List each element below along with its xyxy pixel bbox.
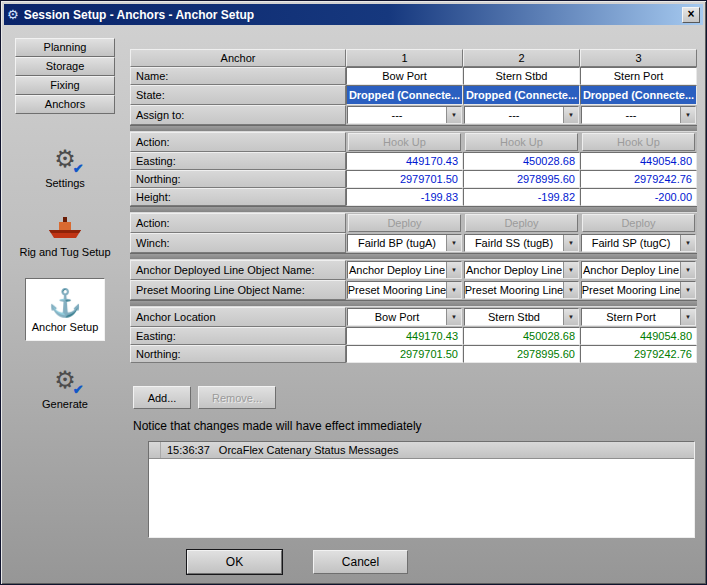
table-header-row: Anchor 1 2 3: [130, 49, 697, 67]
sidebar-item-rig-and-tug-setup[interactable]: Rig and Tug Setup: [13, 213, 117, 258]
location-easting-cell-2[interactable]: 450028.68: [463, 327, 580, 345]
combo-value: ---: [465, 107, 563, 123]
chevron-down-icon[interactable]: ▼: [680, 235, 695, 251]
deployed-line-select-1[interactable]: Anchor Deploy Line▼: [347, 261, 462, 279]
column-header-1[interactable]: 1: [346, 49, 463, 67]
assign-to-select-3[interactable]: ---▼: [581, 106, 696, 124]
sidebar-item-settings[interactable]: ⚙✔ Settings: [13, 144, 117, 189]
northing-cell-3[interactable]: 2979242.76: [580, 170, 697, 188]
check-icon: ✔: [73, 162, 84, 175]
easting-cell-3[interactable]: 449054.80: [580, 152, 697, 170]
sidebar-item-storage[interactable]: Storage: [15, 57, 115, 76]
height-cell-3[interactable]: -200.00: [580, 188, 697, 206]
table-row: Name: Bow Port Stern Stbd Stern Port: [130, 67, 697, 85]
chevron-down-icon[interactable]: ▼: [446, 235, 461, 251]
combo-value: Preset Mooring Line: [348, 282, 446, 298]
row-label-anchor-location: Anchor Location: [130, 307, 346, 327]
northing-cell-2[interactable]: 2978995.60: [463, 170, 580, 188]
chevron-down-icon[interactable]: ▼: [563, 309, 578, 325]
message-log-title: OrcaFlex Catenary Status Messages: [219, 444, 399, 456]
deploy-button-3[interactable]: Deploy: [582, 214, 695, 232]
hook-up-button-1[interactable]: Hook Up: [348, 133, 461, 151]
name-cell-3[interactable]: Stern Port: [580, 67, 697, 85]
hook-up-button-3[interactable]: Hook Up: [582, 133, 695, 151]
chevron-down-icon[interactable]: ▼: [680, 309, 695, 325]
preset-line-select-3[interactable]: Preset Mooring Line▼: [581, 281, 696, 299]
add-button[interactable]: Add...: [133, 386, 191, 409]
chevron-down-icon[interactable]: ▼: [563, 282, 578, 298]
check-icon: ✔: [73, 383, 84, 396]
titlebar[interactable]: ⚙ Session Setup - Anchors - Anchor Setup…: [4, 4, 703, 25]
sidebar-item-label: Anchor Setup: [28, 321, 102, 333]
combo-value: Fairld BP (tugA): [348, 235, 446, 251]
winch-select-2[interactable]: Fairld SS (tugB)▼: [464, 234, 579, 252]
anchor-location-select-3[interactable]: Stern Port▼: [581, 308, 696, 326]
message-timestamp: 15:36:37: [167, 444, 210, 456]
assign-to-select-1[interactable]: ---▼: [347, 106, 462, 124]
hook-up-button-2[interactable]: Hook Up: [465, 133, 578, 151]
chevron-down-icon[interactable]: ▼: [680, 282, 695, 298]
row-label-northing: Northing:: [130, 170, 346, 188]
name-cell-1[interactable]: Bow Port: [346, 67, 463, 85]
table-row: Anchor Deployed Line Object Name: Anchor…: [130, 260, 697, 280]
chevron-down-icon[interactable]: ▼: [680, 262, 695, 278]
preset-line-select-1[interactable]: Preset Mooring Line▼: [347, 281, 462, 299]
sidebar-item-fixing[interactable]: Fixing: [15, 76, 115, 95]
preset-line-select-2[interactable]: Preset Mooring Line▼: [464, 281, 579, 299]
combo-value: ---: [348, 107, 446, 123]
northing-cell-1[interactable]: 2979701.50: [346, 170, 463, 188]
chevron-down-icon[interactable]: ▼: [563, 107, 578, 123]
deployed-line-select-3[interactable]: Anchor Deploy Line▼: [581, 261, 696, 279]
location-easting-cell-3[interactable]: 449054.80: [580, 327, 697, 345]
column-header-3[interactable]: 3: [580, 49, 697, 67]
sidebar-item-planning[interactable]: Planning: [15, 38, 115, 57]
sidebar-item-generate[interactable]: ⚙✔ Generate: [13, 365, 117, 410]
ok-button[interactable]: OK: [187, 550, 282, 574]
message-log-area[interactable]: [149, 459, 694, 537]
location-northing-cell-1[interactable]: 2979701.50: [346, 345, 463, 363]
row-label-action: Action:: [130, 132, 346, 152]
height-cell-2[interactable]: -199.82: [463, 188, 580, 206]
chevron-down-icon[interactable]: ▼: [446, 309, 461, 325]
dialog-footer: OK Cancel: [187, 550, 408, 574]
group-separator: [130, 253, 697, 260]
anchor-location-select-1[interactable]: Bow Port▼: [347, 308, 462, 326]
location-northing-cell-3[interactable]: 2979242.76: [580, 345, 697, 363]
deploy-button-2[interactable]: Deploy: [465, 214, 578, 232]
name-cell-2[interactable]: Stern Stbd: [463, 67, 580, 85]
winch-select-1[interactable]: Fairld BP (tugA)▼: [347, 234, 462, 252]
group-separator: [130, 300, 697, 307]
sidebar-item-anchors[interactable]: Anchors: [15, 95, 115, 114]
winch-select-3[interactable]: Fairld SP (tugC)▼: [581, 234, 696, 252]
remove-button[interactable]: Remove...: [198, 386, 276, 409]
close-button[interactable]: ×: [682, 7, 700, 23]
cancel-button[interactable]: Cancel: [313, 550, 408, 574]
location-easting-cell-1[interactable]: 449170.43: [346, 327, 463, 345]
gear-icon: ⚙✔: [54, 368, 76, 392]
chevron-down-icon[interactable]: ▼: [563, 262, 578, 278]
state-cell-1[interactable]: Dropped (Connecte...: [346, 85, 463, 105]
assign-to-select-2[interactable]: ---▼: [464, 106, 579, 124]
sidebar-item-anchor-setup[interactable]: ⚓ Anchor Setup: [25, 278, 105, 341]
row-label-assign-to: Assign to:: [130, 105, 346, 125]
state-cell-2[interactable]: Dropped (Connecte...: [463, 85, 580, 105]
table-row: State: Dropped (Connecte... Dropped (Con…: [130, 85, 697, 105]
row-label-action: Action:: [130, 213, 346, 233]
chevron-down-icon[interactable]: ▼: [446, 282, 461, 298]
chevron-down-icon[interactable]: ▼: [680, 107, 695, 123]
chevron-down-icon[interactable]: ▼: [563, 235, 578, 251]
chevron-down-icon[interactable]: ▼: [446, 262, 461, 278]
deployed-line-select-2[interactable]: Anchor Deploy Line▼: [464, 261, 579, 279]
combo-value: Anchor Deploy Line: [582, 262, 680, 278]
easting-cell-2[interactable]: 450028.68: [463, 152, 580, 170]
location-northing-cell-2[interactable]: 2978995.60: [463, 345, 580, 363]
state-cell-3[interactable]: Dropped (Connecte...: [580, 85, 697, 105]
easting-cell-1[interactable]: 449170.43: [346, 152, 463, 170]
table-row: Northing: 2979701.50 2978995.60 2979242.…: [130, 345, 697, 363]
deploy-button-1[interactable]: Deploy: [348, 214, 461, 232]
column-header-2[interactable]: 2: [463, 49, 580, 67]
height-cell-1[interactable]: -199.83: [346, 188, 463, 206]
anchor-location-select-2[interactable]: Stern Stbd▼: [464, 308, 579, 326]
group-separator: [130, 206, 697, 213]
chevron-down-icon[interactable]: ▼: [446, 107, 461, 123]
